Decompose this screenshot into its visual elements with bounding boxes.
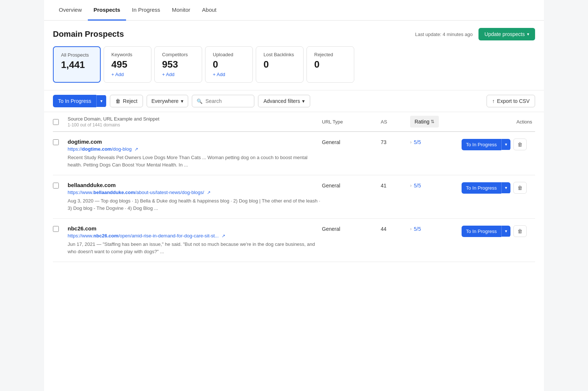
reject-label: Reject: [123, 98, 137, 104]
reject-trash-icon: 🗑: [115, 98, 121, 104]
as-value-nbc26: 44: [381, 225, 410, 232]
row-checkbox-nbc26[interactable]: [53, 226, 59, 232]
stat-add-keywords[interactable]: + Add: [111, 72, 144, 77]
domain-url-dogtime: https://dogtime.com/dog-blog ↗: [68, 146, 322, 152]
stat-value-lost: 0: [263, 59, 296, 70]
stat-label-rejected: Rejected: [314, 52, 347, 57]
action-dropdown-dogtime[interactable]: ▾: [501, 139, 510, 150]
stat-card-all-prospects[interactable]: All Prospects 1,441: [53, 46, 101, 83]
stats-row: All Prospects 1,441 Keywords 495 + Add C…: [44, 46, 544, 90]
nav-item-monitor[interactable]: Monitor: [166, 0, 196, 21]
col-rating-sort-icon[interactable]: ⇅: [431, 119, 434, 124]
stat-add-competitors[interactable]: + Add: [162, 72, 194, 77]
external-link-icon-nbc26[interactable]: ↗: [222, 233, 225, 238]
delete-button-nbc26[interactable]: 🗑: [513, 225, 527, 237]
rating-chevron-icon-dogtime[interactable]: ›: [410, 140, 412, 145]
page-title: Domain Prospects: [53, 29, 124, 39]
col-header-urltype: URL Type: [322, 119, 381, 125]
url-type-dogtime: General: [322, 139, 381, 145]
domain-info-bellaandduke: bellaandduke.com https://www.bellaandduk…: [68, 182, 322, 212]
col-header-rating-label: Rating: [415, 119, 429, 125]
domain-name-dogtime: dogtime.com: [68, 139, 322, 145]
update-prospects-button[interactable]: Update prospects ▾: [478, 28, 535, 40]
stat-card-uploaded[interactable]: Uploaded 0 + Add: [205, 46, 253, 83]
export-icon: ↑: [492, 98, 495, 104]
stat-value-uploaded: 0: [213, 59, 245, 70]
export-csv-button[interactable]: ↑ Export to CSV: [487, 95, 535, 107]
rating-chevron-icon-nbc26[interactable]: ›: [410, 226, 412, 232]
to-in-progress-dropdown-button[interactable]: ▾: [96, 95, 106, 107]
to-in-progress-chevron-icon: ▾: [100, 98, 103, 104]
as-value-dogtime: 73: [381, 139, 410, 145]
action-main-bellaandduke[interactable]: To In Progress: [462, 182, 501, 194]
delete-button-bellaandduke[interactable]: 🗑: [513, 182, 527, 194]
col-source-sublabel: 1-100 out of 1441 domains: [68, 122, 322, 128]
stat-card-rejected[interactable]: Rejected 0: [306, 46, 354, 83]
stat-label-uploaded: Uploaded: [213, 52, 245, 57]
domain-table: Source Domain, URL Example and Snippet 1…: [44, 112, 544, 262]
external-link-icon-bellaandduke[interactable]: ↗: [207, 190, 211, 195]
action-split-bellaandduke: To In Progress ▾: [462, 182, 510, 194]
update-prospects-label: Update prospects: [484, 31, 525, 37]
stat-card-keywords[interactable]: Keywords 495 + Add: [104, 46, 151, 83]
action-main-nbc26[interactable]: To In Progress: [462, 226, 501, 237]
select-all-checkbox[interactable]: [53, 119, 59, 125]
stat-card-lost-backlinks[interactable]: Lost Backlinks 0: [256, 46, 304, 83]
advanced-filters-chevron-icon: ▾: [302, 98, 305, 104]
domain-name-nbc26: nbc26.com: [68, 225, 322, 232]
stat-label-all: All Prospects: [61, 52, 93, 58]
everywhere-dropdown-button[interactable]: Everywhere ▾: [147, 95, 188, 107]
col-header-as: AS: [381, 119, 410, 125]
col-header-actions: Actions: [462, 119, 535, 125]
row-checkbox-dogtime[interactable]: [53, 139, 59, 145]
update-prospects-chevron-icon: ▾: [527, 32, 529, 37]
page-header: Domain Prospects Last update: 4 minutes …: [44, 21, 544, 46]
rating-value-bellaandduke: 5/5: [414, 183, 421, 189]
rating-value-dogtime: 5/5: [414, 139, 421, 145]
nav-item-prospects[interactable]: Prospects: [88, 0, 126, 21]
everywhere-chevron-icon: ▾: [181, 98, 183, 104]
to-in-progress-button[interactable]: To In Progress: [53, 95, 96, 107]
stat-add-uploaded[interactable]: + Add: [213, 72, 245, 77]
url-bold-bellaandduke: bellaandduke.com: [93, 190, 135, 195]
actions-bellaandduke: To In Progress ▾ 🗑: [462, 182, 535, 194]
stat-value-keywords: 495: [111, 59, 144, 70]
search-input[interactable]: [205, 98, 250, 104]
stat-card-competitors[interactable]: Competitors 953 + Add: [154, 46, 202, 83]
stat-label-keywords: Keywords: [111, 52, 144, 57]
domain-info-dogtime: dogtime.com https://dogtime.com/dog-blog…: [68, 139, 322, 168]
header-right: Last update: 4 minutes ago Update prospe…: [415, 28, 535, 40]
as-value-bellaandduke: 41: [381, 182, 410, 189]
nav-item-overview[interactable]: Overview: [53, 0, 88, 21]
actions-nbc26: To In Progress ▾ 🗑: [462, 225, 535, 237]
action-main-dogtime[interactable]: To In Progress: [462, 139, 501, 150]
rating-dogtime: › 5/5: [410, 139, 462, 145]
nav-item-inprogress[interactable]: In Progress: [126, 0, 166, 21]
stat-label-lost: Lost Backlinks: [263, 52, 296, 57]
advanced-filters-button[interactable]: Advanced filters ▾: [258, 95, 311, 107]
to-in-progress-split-button: To In Progress ▾: [53, 95, 106, 107]
url-text-nbc26: https://www.nbc26.com/open/amid-rise-in-…: [68, 233, 219, 238]
nav-item-about[interactable]: About: [196, 0, 222, 21]
action-dropdown-nbc26[interactable]: ▾: [501, 226, 510, 237]
rating-chevron-icon-bellaandduke[interactable]: ›: [410, 183, 412, 188]
domain-url-nbc26: https://www.nbc26.com/open/amid-rise-in-…: [68, 233, 322, 238]
stat-label-competitors: Competitors: [162, 52, 194, 57]
domain-snippet-bellaandduke: Aug 3, 2020 — Top dog blogs · 1) Bella &…: [68, 197, 322, 212]
action-dropdown-bellaandduke[interactable]: ▾: [501, 182, 510, 193]
table-row: nbc26.com https://www.nbc26.com/open/ami…: [53, 219, 535, 262]
toolbar: To In Progress ▾ 🗑 Reject Everywhere ▾ 🔍…: [44, 90, 544, 112]
rating-value-nbc26: 5/5: [414, 226, 421, 232]
table-row: dogtime.com https://dogtime.com/dog-blog…: [53, 132, 535, 175]
rating-bellaandduke: › 5/5: [410, 182, 462, 189]
domain-name-bellaandduke: bellaandduke.com: [68, 182, 322, 188]
rating-nbc26: › 5/5: [410, 225, 462, 232]
table-header-row: Source Domain, URL Example and Snippet 1…: [53, 112, 535, 132]
reject-button[interactable]: 🗑 Reject: [110, 95, 143, 107]
everywhere-label: Everywhere: [151, 98, 179, 104]
domain-url-bellaandduke: https://www.bellaandduke.com/about-us/la…: [68, 190, 322, 195]
row-checkbox-bellaandduke[interactable]: [53, 183, 59, 189]
url-text-dogtime: https://dogtime.com/dog-blog: [68, 146, 132, 152]
external-link-icon-dogtime[interactable]: ↗: [135, 147, 138, 152]
delete-button-dogtime[interactable]: 🗑: [513, 139, 527, 150]
